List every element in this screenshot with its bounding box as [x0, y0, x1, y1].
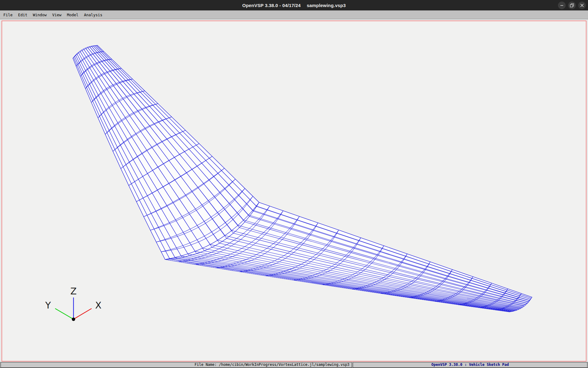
close-button[interactable] — [578, 2, 586, 9]
openvsp-window: { "window": { "title_left": "OpenVSP 3.3… — [0, 0, 588, 368]
title-bar: OpenVSP 3.38.0 - 04/17/24 samplewing.vsp… — [0, 0, 588, 10]
gl-viewport[interactable] — [2, 21, 586, 362]
window-title: OpenVSP 3.38.0 - 04/17/24 samplewing.vsp… — [0, 0, 588, 10]
minimize-button[interactable] — [558, 2, 566, 9]
minimize-icon — [558, 2, 566, 9]
restore-icon — [568, 2, 576, 9]
menu-edit[interactable]: Edit — [15, 11, 30, 19]
window-controls — [558, 0, 586, 10]
close-icon — [578, 2, 586, 9]
status-file-name: File Name: /home/cibin/WorkInProgress/Vo… — [1, 362, 352, 368]
restore-button[interactable] — [568, 2, 576, 9]
window-title-app: OpenVSP 3.38.0 - 04/17/24 — [242, 3, 301, 8]
window-title-file: samplewing.vsp3 — [307, 3, 346, 8]
menu-window[interactable]: Window — [30, 11, 49, 19]
menu-file[interactable]: File — [1, 11, 15, 19]
status-app-label: OpenVSP 3.38.0 : Vehicle Sketch Pad — [353, 362, 587, 368]
desktop-area — [0, 19, 588, 362]
menu-bar: File Edit Window View Model Analysis — [0, 10, 588, 19]
menu-model[interactable]: Model — [64, 11, 81, 19]
status-bar: File Name: /home/cibin/WorkInProgress/Vo… — [0, 362, 588, 368]
menu-analysis[interactable]: Analysis — [81, 11, 105, 19]
menu-view[interactable]: View — [49, 11, 64, 19]
